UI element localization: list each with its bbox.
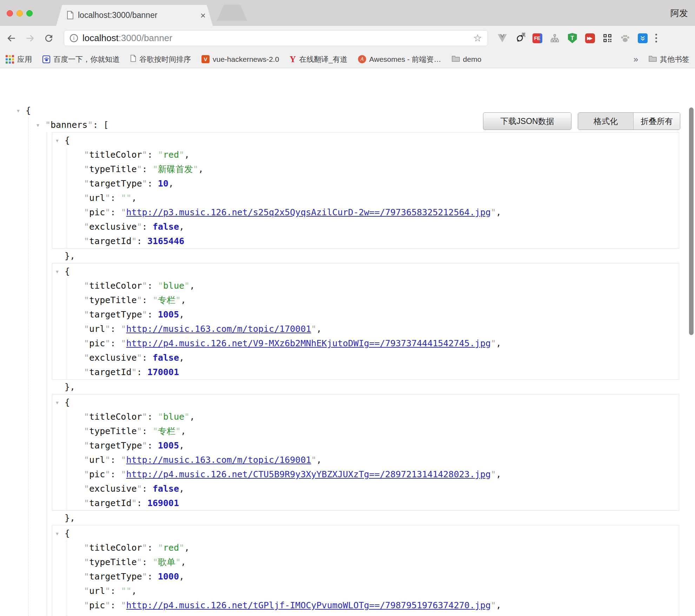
youdao-icon: Y	[290, 55, 296, 64]
other-bookmarks-folder[interactable]: 其他书签	[649, 54, 689, 64]
reload-button[interactable]	[44, 33, 54, 44]
zoom-window-button[interactable]	[26, 10, 33, 17]
json-key: targetType	[89, 571, 142, 582]
json-url-link[interactable]: http://p4.music.126.net/V9-MXz6b2MNhEKju…	[126, 338, 491, 348]
translate-cn-glyph: 英	[522, 32, 526, 38]
vertical-scrollbar[interactable]	[689, 107, 694, 335]
json-property-line: "targetId": 170001	[84, 365, 679, 379]
json-string-value: 专栏	[158, 295, 176, 305]
json-key: url	[89, 193, 105, 203]
json-number-value: 170001	[147, 367, 179, 377]
youdao-translate-icon[interactable]: 英	[515, 33, 525, 43]
close-window-button[interactable]	[7, 10, 13, 17]
json-key: targetId	[89, 367, 131, 377]
json-property-line: "pic": "http://p4.music.126.net/V9-MXz6b…	[84, 336, 679, 350]
format-button[interactable]: 格式化	[578, 113, 634, 130]
browser-menu-icon[interactable]	[655, 34, 657, 42]
url-path: :3000/banner	[119, 33, 172, 43]
address-bar[interactable]: i localhost:3000/banner ☆	[64, 30, 488, 46]
json-key: typeTitle	[89, 164, 137, 174]
json-string-value: 专栏	[158, 426, 176, 436]
json-key: typeTitle	[89, 557, 137, 567]
json-property-line: "targetType": 1005,	[84, 438, 679, 453]
bookmark-youdao[interactable]: Y 在线翻译_有道	[290, 54, 348, 64]
extension-icons: 英 FE T ▶▶	[497, 33, 648, 43]
bookmark-star-icon[interactable]: ☆	[473, 33, 482, 43]
json-object-close-line: },	[52, 511, 695, 525]
bookmark-google-sort[interactable]: 谷歌按时间排序	[130, 54, 191, 64]
page-content: 下载JSON数据 格式化 折叠所有 ▼{ ▼"banners": [ ▼{"ti…	[0, 103, 695, 616]
json-property-line: "typeTitle": "专栏",	[84, 424, 679, 438]
forward-button[interactable]	[25, 33, 36, 44]
bookmark-vue-hackernews[interactable]: V vue-hackernews-2.0	[201, 55, 279, 64]
collapse-triangle-icon[interactable]: ▼	[54, 264, 61, 279]
json-number-value: 169001	[147, 498, 179, 508]
json-url-link[interactable]: http://p4.music.126.net/tGPljf-IMOCyPvum…	[126, 600, 491, 610]
json-key: url	[89, 455, 105, 465]
bookmark-label: Awesomes - 前端资…	[369, 54, 441, 64]
json-key: pic	[89, 469, 105, 479]
json-url-link[interactable]: http://music.163.com/m/topic/169001	[126, 455, 311, 465]
collapse-triangle-icon[interactable]: ▼	[54, 395, 61, 410]
profile-name[interactable]: 阿发	[670, 7, 688, 19]
bookmark-demo-folder[interactable]: demo	[452, 55, 482, 64]
tab-close-icon[interactable]: ×	[200, 11, 206, 20]
collapse-triangle-icon[interactable]: ▼	[15, 104, 22, 118]
collapse-all-button[interactable]: 折叠所有	[634, 113, 680, 130]
json-url-link[interactable]: http://p3.music.126.net/s25q2x5QyqsAzilC…	[126, 207, 491, 217]
scroll-capture-icon[interactable]	[637, 33, 648, 43]
url-text[interactable]: localhost:3000/banner	[82, 33, 473, 44]
vue-icon: V	[201, 55, 210, 63]
sitemap-icon[interactable]	[550, 33, 560, 43]
folder-icon	[649, 55, 657, 64]
json-key: targetId	[89, 236, 131, 246]
json-boolean-value: false	[153, 353, 179, 363]
other-bookmarks-label: 其他书签	[660, 54, 689, 64]
json-number-value: 1005	[158, 309, 179, 320]
json-boolean-value: false	[153, 484, 179, 494]
vue-devtools-icon[interactable]	[497, 33, 507, 43]
json-url-link[interactable]: http://p4.music.126.net/CTU5B9R9y3XyYBZX…	[126, 469, 491, 479]
json-property-line: "url": "http://music.163.com/m/topic/169…	[84, 453, 679, 467]
url-host: localhost	[82, 33, 119, 43]
json-property-line: "targetType": 1005,	[84, 307, 679, 322]
json-string-value: 新碟首发	[158, 164, 193, 174]
json-property-line: "titleColor": "red",	[84, 540, 679, 555]
minimize-window-button[interactable]	[16, 10, 23, 17]
json-url-link[interactable]: http://music.163.com/m/topic/170001	[126, 324, 311, 334]
bookmarks-overflow-chevron-icon[interactable]: »	[634, 54, 638, 64]
bookmark-label: demo	[463, 55, 482, 64]
document-icon	[130, 55, 136, 64]
back-button[interactable]	[6, 33, 17, 44]
bookmark-baidu[interactable]: 百度一下，你就知道	[42, 54, 120, 64]
collapse-triangle-icon[interactable]: ▼	[34, 118, 41, 132]
download-json-button[interactable]: 下载JSON数据	[483, 112, 571, 130]
browser-toolbar: i localhost:3000/banner ☆ 英 FE T ▶▶	[0, 26, 695, 51]
collapse-triangle-icon[interactable]: ▼	[54, 133, 61, 148]
browser-tab[interactable]: localhost:3000/banner ×	[56, 5, 213, 26]
bookmark-awesomes[interactable]: A Awesomes - 前端资…	[358, 54, 441, 64]
paw-icon[interactable]	[620, 33, 630, 43]
json-string-value: blue	[163, 412, 184, 422]
json-property-line: "targetType": 1000,	[84, 569, 679, 584]
baidu-paw-icon	[42, 55, 50, 63]
site-info-icon[interactable]: i	[70, 34, 78, 42]
bookmark-apps[interactable]: 应用	[6, 54, 32, 64]
bookmark-label: 应用	[17, 54, 32, 64]
tampermonkey-shield-icon[interactable]: T	[567, 33, 577, 43]
json-object-open-line: ▼{	[52, 526, 679, 540]
json-property-line: "url": "",	[84, 584, 679, 598]
qrcode-icon[interactable]	[602, 33, 613, 43]
collapse-triangle-icon[interactable]: ▼	[54, 526, 61, 541]
banner-object-box: ▼{"titleColor": "red","typeTitle": "新碟首发…	[52, 132, 679, 249]
json-tree: ▼{ ▼"banners": [ ▼{"titleColor": "red","…	[15, 103, 695, 616]
json-key: pic	[89, 207, 105, 217]
json-key: targetType	[89, 440, 142, 451]
new-tab-button[interactable]	[217, 5, 247, 21]
bookmark-label: vue-hackernews-2.0	[213, 55, 279, 64]
fe-extension-icon[interactable]: FE	[532, 33, 542, 43]
json-property-line: "exclusive": false,	[84, 481, 679, 496]
fast-forward-icon[interactable]: ▶▶	[585, 33, 595, 43]
json-number-value: 3165446	[147, 236, 184, 246]
json-key: exclusive	[89, 353, 137, 363]
